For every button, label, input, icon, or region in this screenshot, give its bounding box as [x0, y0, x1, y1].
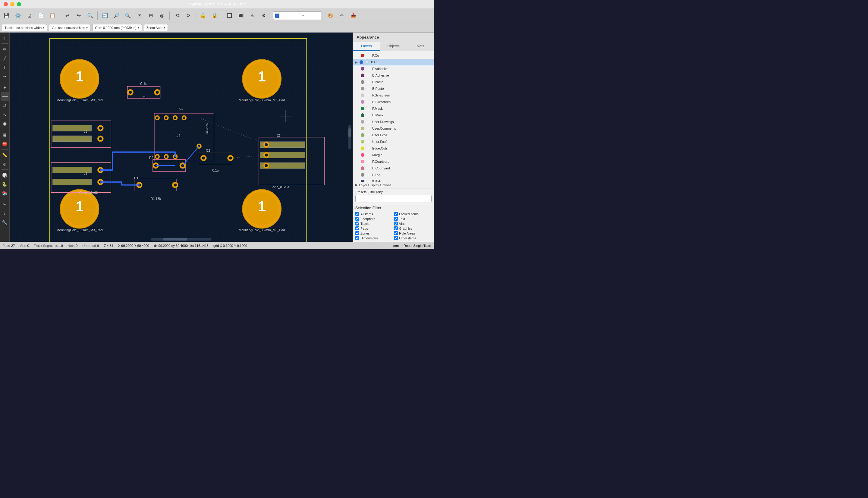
layer-row-b-mask[interactable]: 👁B.Mask — [353, 112, 434, 118]
layer-visibility-f-courtyard[interactable]: 👁 — [366, 159, 370, 164]
pcb-canvas[interactable]: 1 MountingHole_3.2mm_M3_Pad 1 MountingHo… — [10, 32, 352, 242]
minimize-button[interactable] — [10, 2, 14, 6]
sf-checkbox-pads[interactable] — [355, 226, 359, 230]
window-controls[interactable] — [4, 2, 21, 6]
layer-display-label[interactable]: ▶ Layer Display Options — [355, 183, 431, 187]
origin-tool[interactable]: ⊕ — [1, 160, 9, 168]
layer-row-edge-cuts[interactable]: 👁Edge.Cuts — [353, 145, 434, 152]
search-button[interactable]: 🔍 — [85, 10, 95, 21]
sketch-button[interactable]: ✏ — [337, 10, 347, 21]
horizontal-scrollbar[interactable] — [151, 238, 211, 240]
sf-checkbox-tracks[interactable] — [355, 222, 359, 225]
layer-row-f-fab[interactable]: 👁F.Fab — [353, 171, 434, 178]
layer-row-b-courtyard[interactable]: 👁B.Courtyard — [353, 165, 434, 171]
layer-row-f-mask[interactable]: 👁F.Mask — [353, 105, 434, 112]
scrollbar-thumb[interactable] — [163, 238, 187, 240]
layer-visibility-f-cu[interactable]: 👁 — [366, 53, 370, 57]
layer-row-user-comments[interactable]: 👁User.Comments — [353, 125, 434, 132]
layer-row-b-fab[interactable]: 👁B.Fab — [353, 178, 434, 182]
highlight-button[interactable]: 🎨 — [325, 10, 336, 21]
layer-row-f-silkscreen[interactable]: 👁F.Silkscreen — [353, 92, 434, 99]
maximize-button[interactable] — [17, 2, 21, 6]
settings-button[interactable]: ⚙ — [258, 10, 269, 21]
layer-row-f-adhesive[interactable]: 👁F.Adhesive — [353, 65, 434, 72]
netinspect-button[interactable]: 🔲 — [224, 10, 235, 21]
layer-visibility-edge-cuts[interactable]: 👁 — [366, 146, 370, 150]
presets-select[interactable]: All Layers ▾ — [355, 195, 431, 202]
tab-objects[interactable]: Objects — [380, 42, 407, 51]
draw-tool[interactable]: ✏ — [1, 45, 9, 53]
layer-visibility-user-eco2[interactable]: 👁 — [366, 140, 370, 144]
sf-checkbox-vias[interactable] — [394, 222, 398, 225]
sf-checkbox-zones[interactable] — [355, 231, 359, 235]
sf-checkbox-all-items[interactable] — [355, 212, 359, 216]
plot-button[interactable]: 📄 — [36, 10, 46, 21]
diff-pair-tool[interactable]: ⇉ — [1, 101, 9, 110]
text-tool[interactable]: T — [1, 63, 9, 71]
select-tool[interactable]: ⊹ — [1, 34, 9, 42]
layer-visibility-b-mask[interactable]: 👁 — [366, 113, 370, 117]
flip-tool[interactable]: ↕ — [1, 209, 9, 218]
layer-row-b-adhesive[interactable]: 👁B.Adhesive — [353, 72, 434, 79]
grid-selector[interactable]: Grid: 0.1000 mm (0.0039 in) ▾ — [92, 24, 142, 31]
layer-visibility-f-fab[interactable]: 👁 — [366, 173, 370, 177]
refresh-button[interactable]: 🔄 — [99, 10, 110, 21]
dim-tool[interactable]: ↔ — [1, 72, 9, 80]
zoom-center-button[interactable]: ◎ — [157, 10, 168, 21]
layer-row-user-eco2[interactable]: 👁User.Eco2 — [353, 139, 434, 145]
track-selector[interactable]: Track: use netclass width ▾ — [2, 24, 47, 31]
layer-row-margin[interactable]: 👁Margin — [353, 152, 434, 158]
edit-tool[interactable]: ✂ — [1, 200, 9, 209]
layer-row-b-paste[interactable]: 👁B.Paste — [353, 85, 434, 92]
layer-row-b-cu[interactable]: ▶👁B.Cu — [353, 59, 434, 65]
sf-checkbox-locked-items[interactable] — [394, 212, 398, 216]
plot2-button[interactable]: 📋 — [47, 10, 58, 21]
3d-tool[interactable]: 🎲 — [1, 171, 9, 179]
lock-button[interactable]: 🔒 — [198, 10, 209, 21]
layer-visibility-b-fab[interactable]: 👁 — [366, 179, 370, 182]
vscroll-thumb[interactable] — [348, 128, 351, 137]
sf-checkbox-footprints[interactable] — [355, 217, 359, 221]
route-tool[interactable]: ⟶ — [1, 92, 9, 101]
via-selector[interactable]: Via: use netclass sizes ▾ — [49, 24, 90, 31]
tools-button[interactable]: 🔧 — [1, 218, 9, 227]
line-tool[interactable]: ╱ — [1, 54, 9, 62]
save-button[interactable]: 💾 — [1, 10, 12, 21]
layer-visibility-user-comments[interactable]: 👁 — [366, 126, 370, 131]
python-tool[interactable]: 🐍 — [1, 180, 9, 188]
layer-row-user-eco1[interactable]: 👁User.Eco1 — [353, 132, 434, 139]
undo-button[interactable]: ↩ — [62, 10, 72, 21]
layer-tool[interactable]: 📚 — [1, 189, 9, 197]
layer-row-f-courtyard[interactable]: 👁F.Courtyard — [353, 158, 434, 165]
netinspect2-button[interactable]: 🔳 — [236, 10, 246, 21]
zoom-out-button[interactable]: 🔍 — [122, 10, 133, 21]
layer-visibility-b-courtyard[interactable]: 👁 — [366, 166, 370, 170]
export-button[interactable]: 📤 — [348, 10, 359, 21]
layer-visibility-b-silkscreen[interactable]: 👁 — [366, 100, 370, 104]
layer-row-f-paste[interactable]: 👁F.Paste — [353, 79, 434, 85]
unlock-button[interactable]: 🔓 — [209, 10, 220, 21]
zoom-fit-button[interactable]: ⊡ — [134, 10, 145, 21]
redo-button[interactable]: ↪ — [73, 10, 84, 21]
tab-nets[interactable]: Nets — [407, 42, 434, 51]
tab-layers[interactable]: Layers — [353, 42, 380, 51]
redo2-button[interactable]: ⟳ — [183, 10, 194, 21]
layer-visibility-f-mask[interactable]: 👁 — [366, 106, 370, 110]
via-tool[interactable]: ◉ — [1, 119, 9, 128]
measure-tool[interactable]: 📏 — [1, 151, 9, 159]
print-button[interactable]: 🖨 — [24, 10, 35, 21]
close-button[interactable] — [4, 2, 8, 6]
keepout-tool[interactable]: ⛔ — [1, 140, 9, 148]
layer-visibility-margin[interactable]: 👁 — [366, 153, 370, 157]
layer-visibility-user-drawings[interactable]: 👁 — [366, 120, 370, 124]
sf-checkbox-graphics[interactable] — [394, 226, 398, 230]
layer-visibility-f-paste[interactable]: 👁 — [366, 80, 370, 84]
layer-visibility-b-paste[interactable]: 👁 — [366, 87, 370, 91]
layer-selector[interactable]: B.Cu (PgDn) ▾ — [273, 11, 321, 20]
layer-visibility-b-cu[interactable]: 👁 — [365, 60, 369, 64]
copper-zone-tool[interactable]: ▦ — [1, 131, 9, 139]
board-setup-button[interactable]: ⚙️ — [13, 10, 24, 21]
sf-checkbox-dimensions[interactable] — [355, 236, 359, 240]
zoom-area-button[interactable]: ⊞ — [145, 10, 156, 21]
vertical-scrollbar[interactable] — [348, 125, 351, 149]
